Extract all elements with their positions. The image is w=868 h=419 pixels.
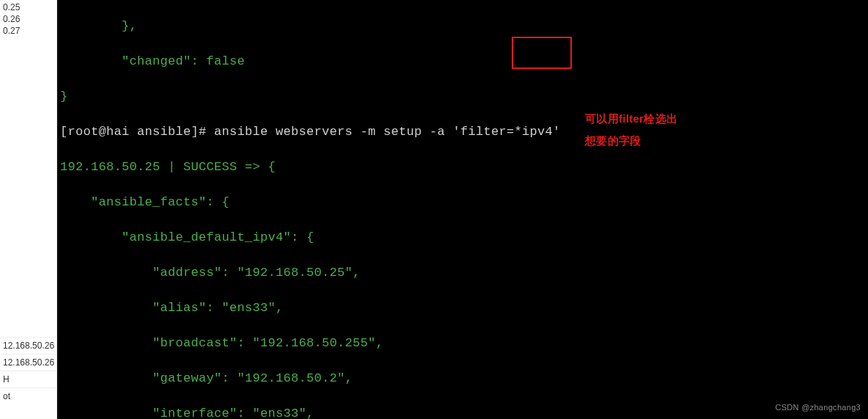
side-item: 12.168.50.26: [0, 354, 57, 371]
side-item: ot: [0, 387, 57, 404]
side-item: 0.26: [3, 13, 54, 25]
annotation-text: 可以用filter栓选出: [585, 110, 677, 128]
annotation-text: 想要的字段: [585, 132, 641, 150]
json-close-brace: },: [60, 18, 865, 35]
prompt-line: [root@hai ansible]# ansible webservers -…: [60, 123, 865, 141]
kv-line: "address": "192.168.50.25",: [60, 264, 865, 282]
kv-line: "gateway": "192.168.50.2",: [60, 370, 865, 387]
side-item: 0.27: [3, 25, 54, 37]
ipv4-key: "ansible_default_ipv4": {: [60, 229, 865, 247]
terminal-output[interactable]: }, "changed": false } [root@hai ansible]…: [57, 0, 868, 419]
shell-prompt: [root@hai ansible]#: [60, 125, 214, 139]
watermark-text: CSDN @zhangchang3: [775, 398, 861, 416]
json-close-root: }: [60, 88, 865, 106]
kv-line: "alias": "ens33",: [60, 299, 865, 317]
side-top-list: 0.25 0.26 0.27: [0, 0, 56, 38]
shell-command: ansible webservers -m setup -a 'filter=*…: [214, 125, 561, 139]
side-item: 0.25: [3, 1, 54, 13]
kv-line: "broadcast": "192.168.50.255",: [60, 335, 865, 352]
kv-line: "interface": "ens33",: [60, 405, 865, 419]
side-panel: 0.25 0.26 0.27 12.168.50.26 12.168.50.26…: [0, 0, 57, 419]
result-header: 192.168.50.25 | SUCCESS => {: [60, 159, 865, 176]
side-item: H: [0, 371, 57, 387]
json-changed-line: "changed": false: [60, 53, 865, 70]
side-bottom-list: 12.168.50.26 12.168.50.26 H ot: [0, 337, 57, 404]
ansible-facts-key: "ansible_facts": {: [60, 194, 865, 211]
side-item: 12.168.50.26: [0, 337, 57, 354]
